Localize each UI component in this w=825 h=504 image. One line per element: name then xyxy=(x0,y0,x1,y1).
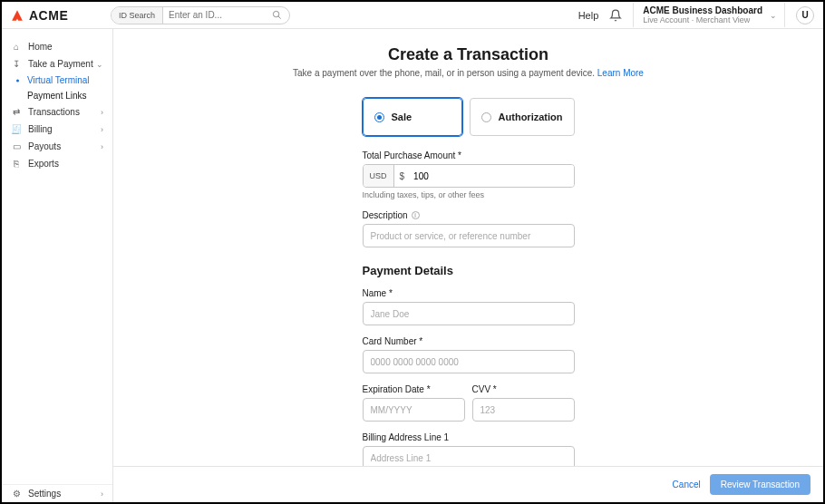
search-icon[interactable] xyxy=(272,10,289,20)
account-title: ACME Business Dashboard xyxy=(643,5,762,15)
home-icon: ⌂ xyxy=(11,42,22,52)
sidebar-item-billing[interactable]: 🧾 Billing › xyxy=(2,121,112,138)
cvv-label: CVV * xyxy=(472,384,575,394)
payment-icon: ↧ xyxy=(11,59,22,69)
learn-more-link[interactable]: Learn More xyxy=(597,68,644,78)
chevron-right-icon: › xyxy=(101,142,103,151)
payment-details-heading: Payment Details xyxy=(363,264,575,277)
page-title: Create a Transaction xyxy=(131,45,805,64)
description-label: Description i xyxy=(363,210,575,220)
amount-input[interactable] xyxy=(410,165,573,187)
brand-logo[interactable]: ACME xyxy=(11,8,102,23)
billing-icon: 🧾 xyxy=(11,124,22,134)
chevron-right-icon: › xyxy=(101,108,103,117)
sidebar-item-take-payment[interactable]: ↧ Take a Payment ⌄ xyxy=(2,55,112,73)
description-input[interactable] xyxy=(363,224,575,247)
sidebar-subitem-virtual-terminal[interactable]: Virtual Terminal xyxy=(2,73,112,88)
gear-icon: ⚙ xyxy=(11,489,22,499)
notifications-icon[interactable] xyxy=(609,9,622,22)
sidebar-item-exports[interactable]: ⎘ Exports xyxy=(2,155,112,172)
brand-text: ACME xyxy=(29,8,68,23)
info-icon[interactable]: i xyxy=(412,211,420,219)
account-subtitle: Live Account · Merchant View xyxy=(643,15,762,24)
search-input[interactable] xyxy=(163,7,272,24)
svg-line-1 xyxy=(278,16,281,19)
option-label: Authorization xyxy=(499,111,563,122)
page-subtitle: Take a payment over the phone, mail, or … xyxy=(131,68,805,78)
sidebar-item-label: Home xyxy=(28,42,53,52)
sidebar-item-label: Settings xyxy=(28,489,61,499)
chevron-right-icon: › xyxy=(101,125,103,134)
sidebar-item-payouts[interactable]: ▭ Payouts › xyxy=(2,138,112,155)
transactions-icon: ⇄ xyxy=(11,107,22,117)
avatar[interactable]: U xyxy=(796,6,814,24)
help-link[interactable]: Help xyxy=(578,10,599,21)
review-transaction-button[interactable]: Review Transaction xyxy=(710,474,810,495)
sidebar-item-label: Transactions xyxy=(28,107,80,117)
currency-selector[interactable]: USD xyxy=(364,165,394,187)
radio-icon xyxy=(374,112,384,122)
svg-point-0 xyxy=(273,11,278,16)
sidebar-item-settings[interactable]: ⚙ Settings › xyxy=(2,485,112,502)
sidebar-item-label: Take a Payment xyxy=(28,59,93,69)
id-search[interactable]: ID Search xyxy=(111,6,290,24)
name-label: Name * xyxy=(363,288,575,298)
amount-label: Total Purchase Amount * xyxy=(363,150,575,160)
sidebar-item-transactions[interactable]: ⇄ Transactions › xyxy=(2,103,112,121)
cancel-button[interactable]: Cancel xyxy=(673,480,701,489)
addr1-label: Billing Address Line 1 xyxy=(363,432,575,442)
option-authorization[interactable]: Authorization xyxy=(470,98,575,136)
search-label: ID Search xyxy=(112,7,163,24)
amount-hint: Including taxes, tips, or other fees xyxy=(363,190,575,199)
expiration-label: Expiration Date * xyxy=(363,384,465,394)
cvv-input[interactable] xyxy=(472,398,575,422)
card-label: Card Number * xyxy=(363,336,575,346)
option-label: Sale xyxy=(392,111,412,122)
amount-input-group[interactable]: USD $ xyxy=(363,164,575,188)
sidebar-subitem-payment-links[interactable]: Payment Links xyxy=(2,88,112,103)
chevron-down-icon: ⌄ xyxy=(96,60,103,69)
payouts-icon: ▭ xyxy=(11,141,22,151)
sidebar-item-label: Billing xyxy=(28,124,53,134)
sidebar-item-label: Payouts xyxy=(28,141,61,151)
option-sale[interactable]: Sale xyxy=(363,98,462,136)
sidebar-item-label: Exports xyxy=(28,159,59,169)
chevron-down-icon: ⌄ xyxy=(770,11,777,20)
radio-icon xyxy=(481,112,491,122)
exports-icon: ⎘ xyxy=(11,159,22,169)
name-input[interactable] xyxy=(363,302,575,325)
currency-symbol: $ xyxy=(394,165,411,187)
account-switcher[interactable]: ACME Business Dashboard Live Account · M… xyxy=(633,3,785,27)
card-number-input[interactable] xyxy=(363,350,575,373)
logo-mark-icon xyxy=(11,9,24,22)
chevron-right-icon: › xyxy=(101,489,103,499)
expiration-input[interactable] xyxy=(363,398,465,422)
sidebar-item-home[interactable]: ⌂ Home xyxy=(2,38,112,55)
